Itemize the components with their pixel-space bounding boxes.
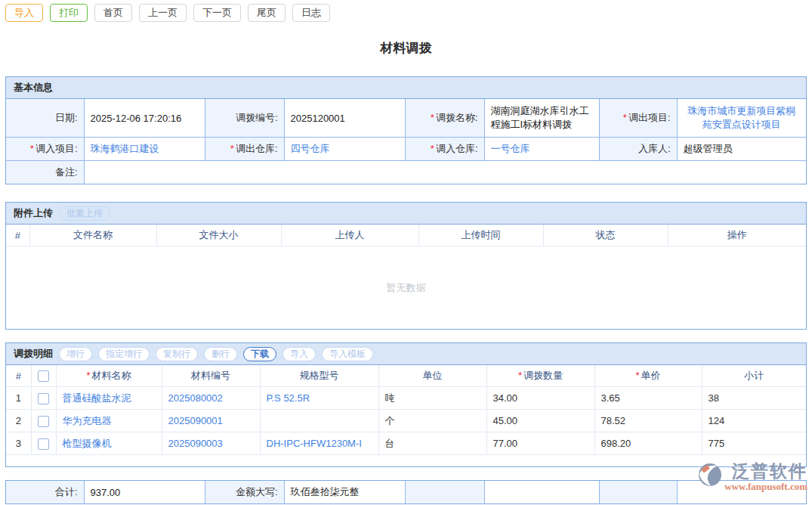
summary-empty-cell (484, 481, 599, 503)
row-checkbox[interactable] (38, 416, 49, 427)
basic-info-header: 基本信息 (6, 77, 806, 99)
last-page-button[interactable]: 尾页 (248, 4, 286, 22)
batch-upload-button[interactable]: 批量上传 (59, 206, 110, 221)
material-name-cell: 华为充电器 (56, 410, 162, 432)
attachments-table: # 文件名称 文件大小 上传人 上传时间 状态 操作 (6, 225, 806, 246)
required-asterisk: * (623, 112, 627, 123)
material-name-link[interactable]: 枪型摄像机 (63, 438, 112, 449)
spec-model-link[interactable]: P.S 52.5R (267, 392, 310, 404)
material-name-link[interactable]: 华为充电器 (63, 415, 112, 426)
col-header-material-name: *材料名称 (56, 365, 162, 387)
in-project-link[interactable]: 珠海鹤港口建设 (91, 143, 159, 154)
details-section: 调拨明细 增行 指定增行 复制行 删行 下载 导入 导入模板 # *材料名称 材… (5, 342, 807, 467)
required-asterisk: * (230, 143, 234, 154)
in-warehouse-link[interactable]: 一号仓库 (491, 143, 530, 154)
out-warehouse-cell: 四号仓库 (284, 138, 405, 161)
unit-price-header-text: 单价 (641, 370, 661, 381)
out-warehouse-label-text: 调出仓库: (236, 143, 278, 154)
out-project-label: *调出项目: (599, 99, 677, 138)
import-template-button[interactable]: 导入模板 (322, 347, 373, 361)
attachments-title: 附件上传 (14, 206, 53, 220)
out-warehouse-link[interactable]: 四号仓库 (291, 143, 330, 154)
prev-page-button[interactable]: 上一页 (139, 4, 187, 22)
unit-cell: 吨 (378, 387, 486, 410)
first-page-button[interactable]: 首页 (94, 4, 132, 22)
print-button[interactable]: 打印 (50, 4, 88, 22)
material-code-cell: 2025090003 (162, 432, 260, 455)
transfer-qty-cell: 45.00 (486, 410, 594, 432)
out-project-label-text: 调出项目: (628, 112, 671, 123)
summary-row: 合计: 937.00 金额大写: 玖佰叁拾柒元整 (6, 481, 806, 503)
insert-row-button[interactable]: 指定增行 (98, 347, 150, 361)
delete-row-button[interactable]: 删行 (204, 347, 237, 361)
transfer-qty-cell: 77.00 (486, 432, 594, 455)
col-header-subtotal: 小计 (702, 365, 806, 387)
total-value: 937.00 (84, 481, 205, 503)
attachments-header: 附件上传 批量上传 (6, 203, 806, 225)
col-header-index: # (6, 225, 29, 246)
table-row: 1 普通硅酸盐水泥 2025080002 P.S 52.5R 吨 34.00 3… (6, 387, 806, 410)
page-title: 材料调拨 (0, 40, 812, 57)
material-code-cell: 2025090001 (162, 410, 260, 432)
transfer-name-label: *调拨名称: (405, 99, 484, 138)
date-label: 日期: (6, 99, 84, 138)
transfer-qty-header-text: 调拨数量 (523, 370, 563, 381)
stock-in-person-label-text: 入库人: (638, 143, 671, 154)
download-button[interactable]: 下载 (243, 347, 276, 361)
out-project-link[interactable]: 珠海市城市更新项目紫桐苑安置点设计项目 (687, 105, 795, 130)
add-row-button[interactable]: 增行 (59, 347, 92, 361)
row-checkbox[interactable] (38, 393, 49, 404)
col-header-file-size: 文件大小 (156, 225, 281, 246)
transfer-no-label-text: 调拨编号: (236, 112, 278, 123)
row-checkbox-cell (31, 432, 56, 455)
basic-info-row-3: 备注: (6, 161, 806, 184)
required-asterisk: * (86, 370, 90, 381)
spec-model-link[interactable]: DH-IPC-HFW1230M-I (267, 438, 362, 449)
material-code-link[interactable]: 2025090001 (168, 415, 223, 426)
unit-price-cell: 3.65 (594, 387, 702, 410)
transfer-qty-cell: 34.00 (486, 387, 594, 410)
stock-in-person-value: 超级管理员 (677, 138, 806, 161)
basic-info-row-2: *调入项目: 珠海鹤港口建设 *调出仓库: 四号仓库 *调入仓库: 一号仓库 入… (6, 138, 806, 161)
copy-row-button[interactable]: 复制行 (156, 347, 198, 361)
material-code-link[interactable]: 2025080002 (168, 392, 223, 404)
basic-info-row-1: 日期: 2025-12-06 17:20:16 调拨编号: 2025120001… (6, 99, 806, 138)
import-rows-button[interactable]: 导入 (283, 347, 316, 361)
in-project-cell: 珠海鹤港口建设 (84, 138, 205, 161)
material-name-cell: 枪型摄像机 (56, 432, 162, 455)
date-label-text: 日期: (55, 112, 78, 123)
transfer-no-label: 调拨编号: (205, 99, 284, 138)
summary-empty-cell (599, 481, 677, 503)
required-asterisk: * (518, 370, 522, 381)
unit-cell: 个 (378, 410, 486, 432)
col-header-index: # (6, 365, 31, 387)
row-checkbox-cell (31, 410, 56, 432)
material-name-link[interactable]: 普通硅酸盐水泥 (63, 392, 131, 404)
material-code-link[interactable]: 2025090003 (168, 438, 223, 449)
date-value: 2025-12-06 17:20:16 (84, 99, 205, 138)
material-name-header-text: 材料名称 (92, 370, 131, 381)
in-warehouse-label-text: 调入仓库: (436, 143, 478, 154)
summary-empty-cell (405, 481, 484, 503)
out-project-cell: 珠海市城市更新项目紫桐苑安置点设计项目 (677, 99, 806, 138)
import-button[interactable]: 导入 (5, 4, 43, 22)
stock-in-person-label: 入库人: (599, 138, 677, 161)
log-button[interactable]: 日志 (292, 4, 330, 22)
transfer-name-label-text: 调拨名称: (436, 112, 478, 123)
in-project-label: *调入项目: (6, 138, 84, 161)
select-all-checkbox[interactable] (38, 370, 49, 382)
remark-label: 备注: (6, 161, 84, 184)
table-row: 2 华为充电器 2025090001 个 45.00 78.52 124 (6, 410, 806, 432)
in-warehouse-cell: 一号仓库 (484, 138, 599, 161)
basic-info-title: 基本信息 (14, 81, 53, 94)
next-page-button[interactable]: 下一页 (193, 4, 241, 22)
summary-section: 合计: 937.00 金额大写: 玖佰叁拾柒元整 (5, 480, 807, 504)
row-checkbox[interactable] (38, 438, 49, 450)
remark-value (84, 161, 806, 184)
col-header-file-name: 文件名称 (29, 225, 156, 246)
col-header-status: 状态 (543, 225, 668, 246)
subtotal-cell: 124 (702, 410, 806, 432)
amount-words-label: 金额大写: (205, 481, 284, 503)
top-toolbar: 导入 打印 首页 上一页 下一页 尾页 日志 (0, 0, 812, 22)
col-header-select-all (31, 365, 56, 387)
